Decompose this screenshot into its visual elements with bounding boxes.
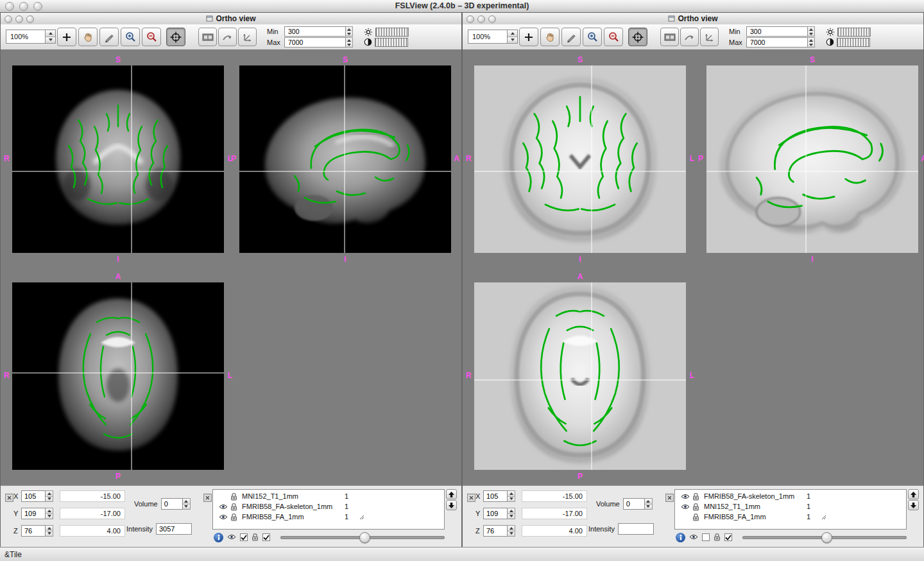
zoom-value[interactable]: 100% bbox=[468, 30, 507, 44]
move-layer-down-button[interactable] bbox=[908, 500, 919, 510]
padlock-icon[interactable] bbox=[691, 513, 701, 521]
padlock-icon[interactable] bbox=[252, 533, 259, 542]
zoom-stepper[interactable] bbox=[45, 30, 56, 44]
visibility-checkbox[interactable] bbox=[240, 533, 248, 541]
x-input[interactable] bbox=[21, 490, 46, 502]
eye-icon[interactable] bbox=[680, 504, 691, 510]
x-stepper[interactable] bbox=[508, 490, 515, 502]
layer-list[interactable]: MNI152_T1_1mm 1 FMRIB58_FA-skeleton_1mm … bbox=[212, 489, 445, 530]
lock-checkbox[interactable] bbox=[724, 533, 732, 541]
layer-list[interactable]: FMRIB58_FA-skeleton_1mm 1 MNI152_T1_1mm … bbox=[674, 489, 907, 530]
pencil-tool-button[interactable] bbox=[99, 28, 119, 46]
y-stepper[interactable] bbox=[46, 508, 53, 519]
movie-mode-button[interactable] bbox=[660, 28, 679, 46]
padlock-icon[interactable] bbox=[714, 533, 721, 542]
close-panel-button[interactable] bbox=[5, 494, 13, 502]
snapshot-button[interactable] bbox=[238, 28, 257, 46]
padlock-icon[interactable] bbox=[229, 503, 239, 511]
zoom-combobox[interactable]: 100% bbox=[468, 30, 518, 44]
max-stepper[interactable] bbox=[346, 37, 353, 47]
brightness-slider[interactable] bbox=[837, 28, 871, 37]
ortho-titlebar[interactable]: Ortho view bbox=[1, 13, 461, 25]
pan-tool-button[interactable] bbox=[78, 28, 98, 46]
resize-grip-icon[interactable] bbox=[359, 514, 364, 520]
layer-row[interactable]: FMRIB58_FA-skeleton_1mm 1 bbox=[213, 501, 444, 512]
max-input[interactable] bbox=[284, 37, 346, 47]
movie-mode-button[interactable] bbox=[198, 28, 217, 46]
cursor-tool-button[interactable] bbox=[57, 28, 76, 46]
center-crosshair-button[interactable] bbox=[166, 28, 185, 46]
y-input[interactable] bbox=[483, 508, 508, 519]
snapshot-button[interactable] bbox=[700, 28, 719, 46]
close-panel-button[interactable] bbox=[665, 494, 674, 502]
layer-row[interactable]: MNI152_T1_1mm 1 bbox=[213, 491, 444, 501]
coronal-view[interactable]: S I R L bbox=[12, 65, 224, 253]
padlock-icon[interactable] bbox=[691, 492, 701, 501]
min-stepper[interactable] bbox=[808, 26, 815, 37]
zoom-out-button[interactable] bbox=[142, 28, 161, 46]
zoom-stepper[interactable] bbox=[507, 30, 518, 44]
slider-handle[interactable] bbox=[359, 532, 370, 543]
padlock-icon[interactable] bbox=[691, 503, 701, 511]
max-input[interactable] bbox=[746, 37, 808, 47]
zoom-in-button[interactable] bbox=[583, 28, 602, 46]
transparency-slider[interactable] bbox=[742, 532, 907, 542]
cursor-tool-button[interactable] bbox=[519, 28, 538, 46]
close-panel-button[interactable] bbox=[203, 494, 212, 502]
volume-stepper[interactable] bbox=[183, 498, 191, 510]
ortho-titlebar[interactable]: Ortho view bbox=[463, 13, 923, 25]
zoom-value[interactable]: 100% bbox=[6, 30, 45, 44]
layer-row[interactable]: FMRIB58_FA_1mm 1 bbox=[675, 512, 906, 522]
info-button[interactable] bbox=[676, 533, 685, 542]
padlock-icon[interactable] bbox=[229, 513, 239, 521]
contrast-slider[interactable] bbox=[837, 38, 870, 47]
eye-icon[interactable] bbox=[218, 504, 229, 510]
axial-view[interactable]: A P R L bbox=[12, 282, 224, 470]
close-panel-button[interactable] bbox=[467, 494, 475, 502]
z-input[interactable] bbox=[483, 525, 508, 537]
eye-icon[interactable] bbox=[689, 533, 698, 541]
zoom-out-button[interactable] bbox=[604, 28, 623, 46]
padlock-icon[interactable] bbox=[229, 492, 239, 501]
min-input[interactable] bbox=[284, 26, 346, 37]
slider-handle[interactable] bbox=[821, 532, 832, 543]
sagittal-view[interactable]: S I P A bbox=[239, 65, 451, 253]
z-input[interactable] bbox=[21, 525, 46, 537]
layer-row[interactable]: FMRIB58_FA_1mm 1 bbox=[213, 512, 444, 522]
max-stepper[interactable] bbox=[808, 37, 815, 47]
center-crosshair-button[interactable] bbox=[628, 28, 647, 46]
min-stepper[interactable] bbox=[346, 26, 353, 37]
eye-icon[interactable] bbox=[218, 514, 229, 520]
coronal-view[interactable]: S I R L bbox=[474, 65, 686, 253]
layer-row[interactable]: FMRIB58_FA-skeleton_1mm 1 bbox=[675, 491, 906, 501]
eye-icon[interactable] bbox=[680, 494, 691, 499]
move-layer-up-button[interactable] bbox=[446, 489, 457, 499]
zoom-in-button[interactable] bbox=[121, 28, 140, 46]
sagittal-view[interactable]: S I P A bbox=[706, 65, 918, 253]
visibility-checkbox[interactable] bbox=[702, 533, 710, 541]
resize-grip-icon[interactable] bbox=[821, 514, 826, 520]
brightness-slider[interactable] bbox=[375, 28, 409, 37]
sync-views-button[interactable] bbox=[680, 28, 699, 46]
lock-checkbox[interactable] bbox=[262, 533, 270, 541]
pan-tool-button[interactable] bbox=[540, 28, 560, 46]
transparency-slider[interactable] bbox=[280, 532, 445, 542]
volume-input[interactable] bbox=[623, 498, 645, 510]
eye-icon[interactable] bbox=[227, 533, 236, 541]
min-input[interactable] bbox=[746, 26, 808, 37]
axial-view[interactable]: A P R L bbox=[474, 282, 686, 470]
zoom-combobox[interactable]: 100% bbox=[6, 30, 56, 44]
z-stepper[interactable] bbox=[508, 525, 515, 537]
volume-stepper[interactable] bbox=[645, 498, 653, 510]
x-stepper[interactable] bbox=[46, 490, 53, 502]
layer-row[interactable]: MNI152_T1_1mm 1 bbox=[675, 501, 906, 512]
info-button[interactable] bbox=[214, 533, 223, 542]
pencil-tool-button[interactable] bbox=[561, 28, 581, 46]
y-input[interactable] bbox=[21, 508, 46, 519]
move-layer-down-button[interactable] bbox=[446, 500, 457, 510]
y-stepper[interactable] bbox=[508, 508, 515, 519]
sync-views-button[interactable] bbox=[218, 28, 237, 46]
z-stepper[interactable] bbox=[46, 525, 53, 537]
move-layer-up-button[interactable] bbox=[908, 489, 919, 499]
x-input[interactable] bbox=[483, 490, 508, 502]
